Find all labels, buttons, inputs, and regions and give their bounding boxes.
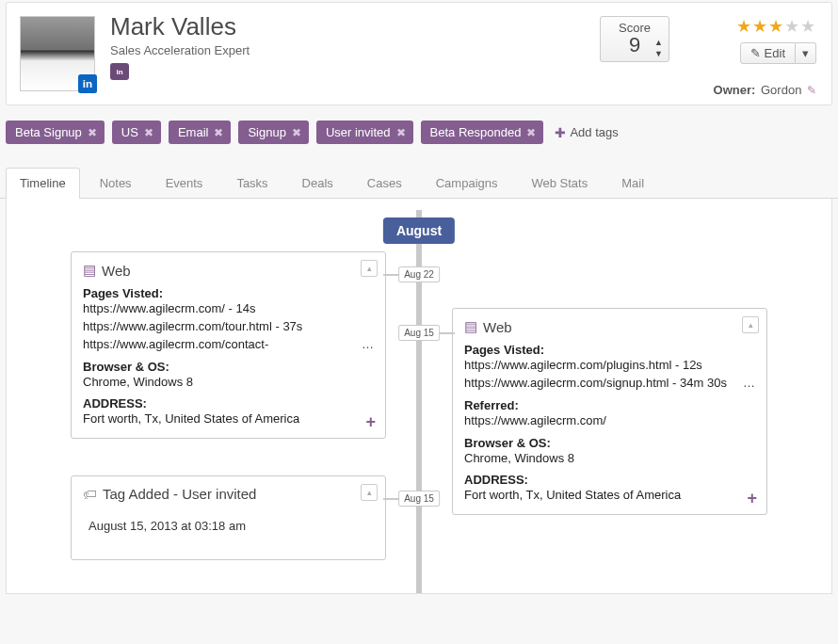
- tag-remove-icon[interactable]: ✖: [144, 126, 153, 139]
- tag-remove-icon[interactable]: ✖: [526, 126, 536, 139]
- pages-label: Pages Visted:: [83, 286, 374, 300]
- tag[interactable]: User invited✖: [316, 121, 413, 144]
- page-visit: https://www.agilecrm.com/tour.html - 37s: [83, 318, 374, 336]
- contact-name: Mark Valles: [110, 12, 585, 41]
- plus-icon: ✚: [555, 125, 566, 140]
- browser-label: Browser & OS:: [464, 436, 755, 450]
- contact-title: Sales Acceleration Expert: [110, 43, 585, 57]
- svg-text:in: in: [83, 77, 92, 89]
- tag[interactable]: US✖: [112, 121, 161, 144]
- address-value: Fort worth, Tx, United States of America: [464, 487, 755, 505]
- score-down-icon[interactable]: ▼: [654, 49, 663, 58]
- tab-campaigns[interactable]: Campaigns: [422, 168, 512, 199]
- page-visit: https://www.agilecrm.com/plugins.html - …: [464, 357, 755, 375]
- score-value: 9: [610, 35, 659, 56]
- page-visit: https://www.agilecrm.com/ - 14s: [83, 300, 374, 318]
- card-title: Web: [483, 319, 512, 335]
- star-icon[interactable]: ★: [752, 17, 768, 36]
- tab-notes[interactable]: Notes: [86, 168, 146, 199]
- caret-down-icon: ▾: [802, 46, 809, 60]
- pencil-icon: ✎: [750, 46, 761, 60]
- add-icon[interactable]: +: [747, 489, 757, 508]
- tag-icon: 🏷: [83, 486, 97, 502]
- linkedin-chip[interactable]: in: [110, 63, 129, 80]
- tag-remove-icon[interactable]: ✖: [292, 126, 301, 139]
- ellipsis-icon[interactable]: …: [743, 375, 755, 393]
- tab-deals[interactable]: Deals: [288, 168, 347, 199]
- card-body: August 15, 2013 at 03:18 am: [83, 509, 374, 550]
- tab-timeline[interactable]: Timeline: [6, 168, 80, 199]
- score-box[interactable]: Score 9 ▲ ▼: [600, 16, 669, 62]
- star-icon[interactable]: ★: [784, 17, 800, 36]
- tag-label: Signup: [248, 125, 285, 139]
- chevron-up-icon: ▴: [367, 488, 372, 497]
- timeline-date: Aug 15: [398, 325, 440, 341]
- edit-dropdown[interactable]: ▾: [796, 42, 816, 64]
- linkedin-badge-icon[interactable]: in: [78, 74, 97, 93]
- browser-label: Browser & OS:: [83, 360, 374, 374]
- tab-events[interactable]: Events: [152, 168, 218, 199]
- star-icon[interactable]: ★: [768, 17, 784, 36]
- chevron-up-icon: ▴: [749, 320, 753, 330]
- edit-button[interactable]: ✎ Edit: [740, 42, 796, 64]
- page-visit: https://www.agilecrm.com/signup.html - 3…: [464, 375, 755, 393]
- star-icon[interactable]: ★: [800, 17, 816, 36]
- edit-button-group: ✎ Edit ▾: [740, 42, 816, 64]
- browser-value: Chrome, Windows 8: [464, 450, 755, 468]
- timeline-date: Aug 22: [398, 266, 440, 282]
- collapse-button[interactable]: ▴: [742, 316, 759, 333]
- tag[interactable]: Beta Signup✖: [6, 121, 105, 144]
- owner-edit-icon[interactable]: ✎: [807, 84, 816, 97]
- star-icon[interactable]: ★: [736, 17, 752, 36]
- tab-cases[interactable]: Cases: [353, 168, 416, 199]
- avatar[interactable]: in: [20, 16, 95, 91]
- edit-label: Edit: [765, 46, 785, 60]
- tag[interactable]: Beta Responded✖: [421, 121, 544, 144]
- web-icon: ▤: [464, 318, 477, 335]
- tab-mail[interactable]: Mail: [607, 168, 658, 199]
- collapse-button[interactable]: ▴: [361, 260, 378, 277]
- web-icon: ▤: [83, 262, 96, 279]
- owner-line: Owner: Gordon ✎: [714, 83, 816, 97]
- add-icon[interactable]: +: [365, 412, 376, 432]
- timeline-card-tag[interactable]: ▴ 🏷Tag Added - User invited August 15, 2…: [71, 475, 386, 560]
- owner-label: Owner:: [714, 83, 756, 97]
- browser-value: Chrome, Windows 8: [83, 374, 374, 392]
- tag-remove-icon[interactable]: ✖: [214, 126, 223, 139]
- pages-label: Pages Visted:: [464, 343, 755, 357]
- address-value: Fort worth, Tx, United States of America: [83, 411, 374, 428]
- tag-label: US: [121, 125, 138, 139]
- add-tags-label: Add tags: [570, 125, 618, 139]
- tag[interactable]: Signup✖: [238, 121, 308, 144]
- score-stepper[interactable]: ▲ ▼: [654, 38, 663, 58]
- card-title: Web: [102, 263, 131, 279]
- owner-name: Gordon: [761, 83, 801, 97]
- tab-webstats[interactable]: Web Stats: [517, 168, 602, 199]
- ellipsis-icon[interactable]: …: [362, 336, 374, 354]
- timeline-date: Aug 15: [398, 491, 440, 507]
- referred-label: Referred:: [464, 398, 755, 412]
- tag-label: Email: [178, 125, 209, 139]
- tag-remove-icon[interactable]: ✖: [88, 126, 97, 139]
- header-right: ★★★★★ ✎ Edit ▾: [685, 16, 816, 64]
- page-visit: https://www.agilecrm.com/contact-…: [83, 336, 374, 354]
- address-label: ADDRESS:: [83, 396, 374, 411]
- tag[interactable]: Email✖: [169, 121, 232, 144]
- tag-remove-icon[interactable]: ✖: [396, 126, 406, 139]
- score-up-icon[interactable]: ▲: [654, 38, 663, 47]
- address-label: ADDRESS:: [464, 473, 755, 487]
- card-title: Tag Added - User invited: [103, 486, 256, 502]
- timeline-card-web[interactable]: ▴ ▤Web Pages Visted: https://www.agilecr…: [452, 308, 767, 515]
- name-block: Mark Valles Sales Acceleration Expert in: [110, 16, 585, 80]
- timeline-card-web[interactable]: ▴ ▤Web Pages Visted: https://www.agilecr…: [71, 251, 386, 439]
- tabs: Timeline Notes Events Tasks Deals Cases …: [0, 167, 838, 199]
- collapse-button[interactable]: ▴: [361, 484, 378, 501]
- timeline: August Aug 22 Aug 15 Aug 15 ▴ ▤Web Pages…: [6, 199, 832, 594]
- timeline-month: August: [383, 217, 455, 244]
- tab-tasks[interactable]: Tasks: [222, 168, 282, 199]
- tag-label: Beta Responded: [430, 125, 522, 139]
- contact-header: in Mark Valles Sales Acceleration Expert…: [6, 2, 832, 105]
- add-tags-button[interactable]: ✚ Add tags: [555, 125, 618, 140]
- rating-stars[interactable]: ★★★★★: [736, 16, 816, 37]
- referred-value: https://www.agilecrm.com/: [464, 412, 755, 430]
